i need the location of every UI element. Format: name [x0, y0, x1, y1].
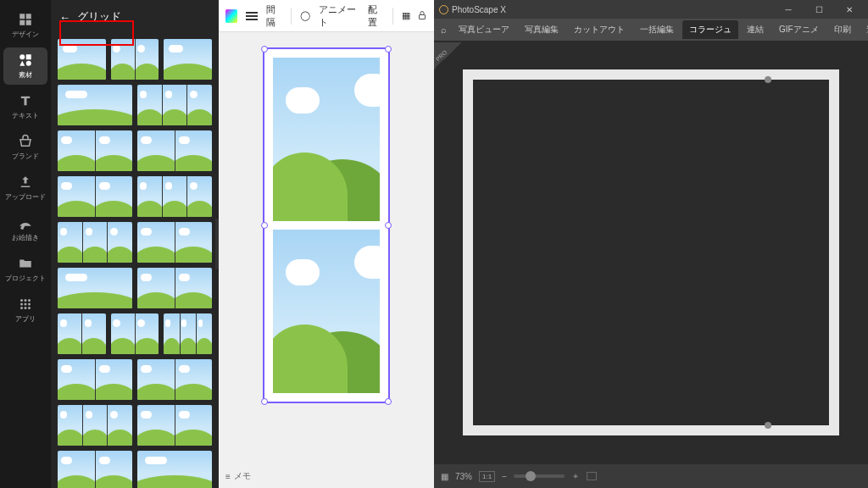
grid-template[interactable] — [164, 313, 212, 354]
svg-point-14 — [25, 307, 27, 309]
grid-template[interactable] — [58, 405, 132, 446]
collage-frame[interactable] — [463, 69, 839, 435]
grid-template[interactable] — [58, 176, 132, 217]
tab-連結[interactable]: 連結 — [740, 20, 771, 39]
lock-icon[interactable] — [417, 10, 427, 22]
tab-カットアウト[interactable]: カットアウト — [567, 20, 632, 39]
resize-handle[interactable] — [261, 222, 268, 229]
tool-projects[interactable]: プロジェクト — [3, 251, 47, 288]
svg-point-13 — [20, 307, 23, 309]
grid-template[interactable] — [58, 85, 132, 125]
grid-template[interactable] — [58, 451, 132, 488]
svg-point-8 — [25, 299, 27, 302]
resize-handle[interactable] — [261, 398, 268, 405]
tab-一括編集[interactable]: 一括編集 — [633, 20, 681, 39]
zoom-in-icon[interactable]: ＋ — [571, 470, 580, 482]
grid-toggle-icon[interactable]: ▦ — [441, 472, 448, 481]
tool-label: ブランド — [12, 152, 39, 161]
grid-template[interactable] — [58, 268, 132, 308]
spacing-button[interactable]: 間隔 — [266, 3, 282, 29]
minimize-button[interactable]: ─ — [775, 0, 802, 19]
resize-handle[interactable] — [385, 398, 392, 405]
grid-template[interactable] — [58, 39, 106, 80]
resize-handle[interactable] — [261, 46, 268, 53]
close-button[interactable]: ✕ — [836, 0, 863, 19]
grid-templates — [51, 34, 219, 488]
transparency-icon[interactable]: ▦ — [402, 10, 409, 21]
tool-text[interactable]: テキスト — [3, 88, 47, 125]
lines-icon[interactable] — [246, 12, 258, 20]
fit-icon[interactable] — [587, 472, 597, 480]
memo-icon: ≡ — [225, 472, 231, 481]
grid-template[interactable] — [137, 85, 212, 125]
tab-道具[interactable]: 道具 — [860, 20, 868, 39]
svg-point-12 — [28, 303, 31, 306]
collage-cell-1[interactable] — [473, 80, 761, 425]
grid-template[interactable] — [137, 359, 212, 400]
grid-template[interactable] — [58, 130, 132, 171]
svg-point-11 — [25, 303, 27, 306]
back-icon[interactable]: ← — [59, 11, 70, 24]
tool-elements[interactable]: 素材 — [3, 47, 47, 85]
memo-bar[interactable]: ≡ メモ — [219, 464, 434, 488]
divider-node[interactable] — [765, 422, 771, 429]
tool-apps[interactable]: アプリ — [3, 291, 47, 329]
svg-rect-2 — [19, 20, 25, 25]
resize-handle[interactable] — [385, 46, 392, 53]
photoscape-app: PhotoScape X ─ ☐ ✕ ⌕ 写真ビューア写真編集カットアウト一括編… — [434, 0, 868, 488]
tab-写真編集[interactable]: 写真編集 — [518, 20, 565, 39]
svg-point-4 — [19, 54, 25, 59]
tool-label: 素材 — [19, 70, 32, 80]
grid-template[interactable] — [58, 313, 106, 354]
svg-point-15 — [28, 307, 31, 309]
grid-template[interactable] — [137, 451, 212, 488]
selected-page[interactable] — [263, 47, 390, 403]
maximize-button[interactable]: ☐ — [805, 0, 832, 19]
grid-template[interactable] — [164, 39, 212, 80]
resize-handle[interactable] — [385, 222, 392, 229]
grid-template[interactable] — [137, 268, 212, 308]
color-swatch[interactable] — [225, 9, 237, 23]
aspect-ratio[interactable]: 1:1 — [479, 471, 495, 482]
tool-upload[interactable]: アップロード — [3, 169, 47, 207]
grid-placeholder-1[interactable] — [273, 58, 380, 221]
tool-draw[interactable]: お絵描き — [3, 210, 47, 247]
canvas-wrap: 間隔 ◯ アニメート 配置 ▦ ≡ メモ — [219, 0, 434, 488]
animate-icon: ◯ — [300, 10, 310, 21]
grid-template[interactable] — [137, 222, 212, 263]
canvas-area[interactable] — [219, 32, 434, 464]
grid-template[interactable] — [58, 359, 132, 400]
tool-design[interactable]: デザイン — [3, 7, 47, 44]
animate-button[interactable]: アニメート — [319, 3, 359, 29]
tab-写真ビューア[interactable]: 写真ビューア — [452, 20, 516, 39]
tool-brand[interactable]: ブランド — [3, 129, 47, 166]
collage-workspace[interactable]: PRO — [434, 41, 868, 464]
zoom-value[interactable]: 73% — [455, 472, 472, 481]
panel-title: グリッド — [77, 9, 121, 25]
panel-header: ← グリッド — [51, 0, 219, 34]
search-icon[interactable]: ⌕ — [437, 25, 450, 35]
svg-rect-16 — [420, 14, 426, 19]
left-toolstrip: デザイン 素材 テキスト ブランド アップロード お絵描き プロジェクト アプリ — [0, 0, 51, 488]
window-title: PhotoScape X — [452, 5, 506, 14]
grid-template[interactable] — [137, 405, 212, 446]
position-button[interactable]: 配置 — [368, 3, 384, 29]
grid-template[interactable] — [58, 222, 132, 263]
tab-コラージュ[interactable]: コラージュ — [682, 20, 738, 39]
svg-rect-3 — [26, 20, 31, 25]
svg-point-9 — [28, 299, 31, 302]
svg-rect-0 — [19, 14, 25, 19]
grid-template[interactable] — [111, 39, 159, 80]
tab-GIFアニメ[interactable]: GIFアニメ — [772, 20, 826, 39]
tab-印刷[interactable]: 印刷 — [827, 20, 858, 39]
grid-template[interactable] — [137, 176, 212, 217]
tool-label: デザイン — [12, 30, 39, 39]
zoom-out-icon[interactable]: − — [502, 472, 507, 481]
svg-point-10 — [20, 303, 23, 306]
zoom-slider[interactable] — [514, 474, 565, 478]
grid-template[interactable] — [137, 130, 212, 171]
divider-node[interactable] — [765, 76, 771, 83]
grid-placeholder-2[interactable] — [273, 230, 380, 393]
grid-template[interactable] — [111, 313, 159, 354]
collage-cell-2[interactable] — [771, 80, 829, 425]
